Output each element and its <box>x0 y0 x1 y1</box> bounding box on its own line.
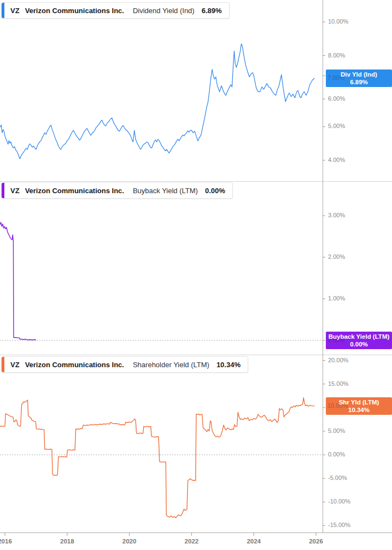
legend-ticker: VZ <box>10 7 20 15</box>
badge-value: 10.34% <box>348 406 370 414</box>
y-axis-label: 20.00% <box>328 357 348 363</box>
legend-color-bar <box>2 3 4 18</box>
y-axis-label: 10.00% <box>328 18 348 25</box>
y-axis-label: 6.00% <box>328 95 345 102</box>
series-line-buyback-yield[interactable] <box>0 222 36 340</box>
series-line-dividend-yield[interactable] <box>1 44 315 159</box>
x-axis-label: 2020 <box>122 538 137 545</box>
legend-value: 0.00% <box>205 187 225 195</box>
multi-panel-chart-view: VZ Verizon Communications Inc. Dividend … <box>0 0 392 550</box>
badge-metric-label: Buyback Yield (LTM) <box>329 333 390 340</box>
legend-ticker: VZ <box>10 361 20 369</box>
y-axis-label: 2.00% <box>328 253 345 260</box>
badge-metric-label: Shr Yld (LTM) <box>339 398 379 406</box>
legend-buyback-yield[interactable]: VZ Verizon Communications Inc. Buyback Y… <box>1 182 233 199</box>
y-axis-label: 15.00% <box>328 380 348 387</box>
y-axis-label: 8.00% <box>328 52 345 59</box>
badge-value: 0.00% <box>350 340 368 348</box>
y-axis-label: 3.00% <box>328 212 345 218</box>
last-value-badge-shareholder-yield: 10.00% Shr Yld (LTM) 10.34% <box>326 397 392 415</box>
x-axis-label: 2024 <box>247 538 261 545</box>
x-axis-label: 2026 <box>309 538 323 545</box>
x-axis-label: 2018 <box>60 538 74 545</box>
legend-company: Verizon Communications Inc. <box>25 7 124 15</box>
legend-metric: Shareholder Yield (LTM) <box>133 361 209 369</box>
last-value-badge-dividend-yield: 7.00% Div Yld (Ind) 6.89% <box>326 70 392 87</box>
y-axis-label: -15.00% <box>328 522 350 528</box>
y-axis-label: 4.00% <box>328 157 345 163</box>
legend-ticker: VZ <box>10 187 20 195</box>
legend-metric: Dividend Yield (Ind) <box>133 7 195 15</box>
y-axis-label: 0.00% <box>328 451 345 458</box>
legend-dividend-yield[interactable]: VZ Verizon Communications Inc. Dividend … <box>1 2 230 19</box>
legend-color-bar <box>2 357 4 372</box>
series-line-shareholder-yield[interactable] <box>0 398 314 518</box>
last-value-badge-buyback-yield: 0.00% Buyback Yield (LTM) 0.00% <box>326 332 392 349</box>
y-axis-label: 1.00% <box>328 295 345 302</box>
y-axis-label: -10.00% <box>328 498 350 505</box>
legend-company: Verizon Communications Inc. <box>25 361 124 369</box>
badge-metric-label: Div Yld (Ind) <box>341 71 377 78</box>
legend-color-bar <box>2 183 4 198</box>
legend-value: 6.89% <box>202 7 222 15</box>
legend-company: Verizon Communications Inc. <box>25 187 124 195</box>
legend-value: 10.34% <box>217 361 241 369</box>
x-axis-label: 2022 <box>185 538 199 545</box>
legend-shareholder-yield[interactable]: VZ Verizon Communications Inc. Sharehold… <box>1 356 248 373</box>
y-axis-label: 5.00% <box>328 123 345 129</box>
x-axis-label: 2016 <box>0 538 12 545</box>
y-axis-label: 5.00% <box>328 427 345 434</box>
legend-metric: Buyback Yield (LTM) <box>133 187 198 195</box>
y-axis-label: -5.00% <box>328 474 347 481</box>
badge-value: 6.89% <box>350 78 368 86</box>
